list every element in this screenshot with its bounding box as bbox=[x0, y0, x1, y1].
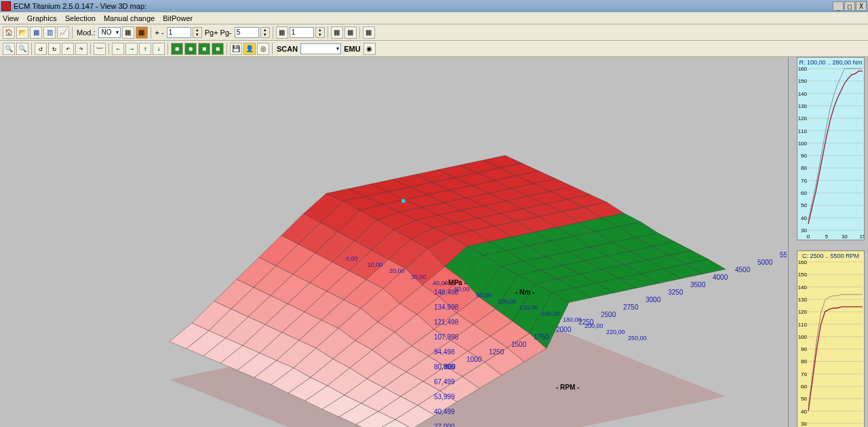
svg-text:140: 140 bbox=[798, 284, 808, 291]
svg-text:90: 90 bbox=[801, 346, 807, 352]
svg-text:3000: 3000 bbox=[646, 296, 661, 303]
arrow-left-icon[interactable]: ← bbox=[112, 43, 124, 55]
svg-text:80: 80 bbox=[801, 165, 807, 171]
svg-text:100: 100 bbox=[798, 334, 808, 340]
svg-text:- RPM -: - RPM - bbox=[556, 384, 579, 391]
svg-text:- MPa -: - MPa - bbox=[444, 279, 467, 286]
redo-icon[interactable]: ↷ bbox=[75, 43, 87, 55]
pm-label: + - bbox=[155, 29, 164, 37]
svg-text:100,00: 100,00 bbox=[498, 298, 517, 305]
svg-text:15: 15 bbox=[860, 234, 864, 240]
target-icon[interactable]: ◎ bbox=[257, 43, 269, 55]
menu-selection[interactable]: Selection bbox=[65, 14, 96, 22]
home-icon[interactable]: 🏠 bbox=[3, 26, 15, 39]
svg-text:80: 80 bbox=[801, 358, 807, 365]
arrow-right-icon[interactable]: → bbox=[125, 43, 138, 55]
mod-label: Mod.: bbox=[77, 29, 96, 37]
svg-text:1000: 1000 bbox=[467, 356, 482, 363]
undo-icon[interactable]: ↶ bbox=[62, 43, 74, 55]
zoom-out-icon[interactable]: 🔍 bbox=[16, 43, 28, 55]
scan-combo[interactable]: ▾ bbox=[300, 43, 341, 54]
sp-spin[interactable]: ▲▼ bbox=[315, 27, 325, 38]
green-btn1-icon[interactable]: ■ bbox=[171, 43, 183, 55]
menu-view[interactable]: View bbox=[3, 14, 19, 22]
svg-text:120: 120 bbox=[798, 115, 808, 122]
view-3d[interactable]: 8001000125015001750200022502500275030003… bbox=[0, 57, 787, 427]
side-panel: R: 100,00 .. 280,00 Nm 16015014013012011… bbox=[788, 57, 868, 427]
svg-text:3250: 3250 bbox=[668, 289, 684, 296]
arrow-down-icon[interactable]: ↓ bbox=[153, 43, 165, 55]
svg-text:40: 40 bbox=[801, 215, 807, 221]
svg-text:140: 140 bbox=[798, 91, 808, 97]
close-button[interactable]: X bbox=[856, 1, 867, 11]
minichart-col-title: C: 2500 .. 5500 RPM bbox=[797, 251, 864, 261]
svg-text:5500: 5500 bbox=[780, 251, 787, 259]
disk-icon[interactable]: 💾 bbox=[230, 43, 242, 55]
svg-text:30,00: 30,00 bbox=[411, 274, 427, 280]
arrow-up-icon[interactable]: ↑ bbox=[139, 43, 151, 55]
mod-btn1-icon[interactable]: ▦ bbox=[122, 26, 134, 39]
minimize-button[interactable]: _ bbox=[833, 1, 844, 11]
app-icon bbox=[1, 1, 11, 11]
rotate-ccw-icon[interactable]: ↺ bbox=[35, 43, 47, 55]
svg-text:67,499: 67,499 bbox=[434, 378, 455, 386]
mod-combo[interactable]: NO▾ bbox=[98, 27, 121, 38]
tb1-btn-a-icon[interactable]: ▦ bbox=[331, 26, 343, 39]
window-buttons: _ □ X bbox=[833, 1, 867, 11]
svg-text:160,00: 160,00 bbox=[541, 310, 560, 317]
svg-text:27,000: 27,000 bbox=[434, 423, 455, 427]
svg-text:1500: 1500 bbox=[511, 341, 527, 348]
minichart-col[interactable]: C: 2500 .. 5500 RPM 16015014013012011010… bbox=[797, 250, 865, 427]
svg-text:60: 60 bbox=[801, 190, 807, 196]
person-icon[interactable]: 👤 bbox=[243, 43, 256, 55]
svg-text:30: 30 bbox=[801, 421, 807, 427]
svg-text:3500: 3500 bbox=[690, 281, 706, 289]
svg-text:110: 110 bbox=[798, 322, 808, 328]
sp-input[interactable] bbox=[290, 27, 314, 38]
minichart-row[interactable]: R: 100,00 .. 280,00 Nm 16015014013012011… bbox=[797, 57, 865, 240]
grid-v-icon[interactable]: ▥ bbox=[43, 26, 56, 39]
open-icon[interactable]: 📂 bbox=[16, 26, 28, 39]
toolbar-1: 🏠 📂 ▦ ▥ 📈 Mod.: NO▾ ▦ ▦ + - ▲▼ Pg+ Pg- ▲… bbox=[0, 24, 868, 41]
menu-graphics[interactable]: Graphics bbox=[27, 14, 57, 22]
svg-text:110: 110 bbox=[798, 128, 808, 134]
pg-input[interactable] bbox=[235, 27, 259, 38]
svg-text:50: 50 bbox=[801, 202, 807, 208]
maximize-button[interactable]: □ bbox=[844, 1, 855, 11]
grid-h-icon[interactable]: ▦ bbox=[30, 26, 42, 39]
svg-text:60,00: 60,00 bbox=[476, 292, 492, 299]
pg-label: Pg+ Pg- bbox=[205, 29, 232, 37]
svg-text:150: 150 bbox=[798, 78, 808, 84]
svg-text:130: 130 bbox=[798, 297, 808, 303]
window-title: ECM Titanium 2.5.0.147 - View 3D map: bbox=[14, 2, 833, 10]
mod-btn2-icon[interactable]: ▦ bbox=[136, 26, 148, 39]
chart-icon[interactable]: 📈 bbox=[57, 26, 69, 39]
svg-text:70: 70 bbox=[801, 371, 807, 377]
green-btn3-icon[interactable]: ■ bbox=[198, 43, 210, 55]
menu-bitpower[interactable]: BitPower bbox=[163, 14, 193, 22]
svg-text:180,00: 180,00 bbox=[563, 316, 582, 323]
zoom-in-icon[interactable]: 🔍 bbox=[3, 43, 15, 55]
tb1-btn-b-icon[interactable]: ▦ bbox=[344, 26, 357, 39]
menubar: View Graphics Selection Manual change Bi… bbox=[0, 12, 868, 24]
emu-record-icon[interactable]: ◉ bbox=[363, 43, 376, 55]
toolbar-2: 🔍 🔍 ↺ ↻ ↶ ↷ 〰 ← → ↑ ↓ ■ ■ ■ ■ 💾 👤 ◎ SCAN… bbox=[0, 41, 868, 57]
pm-spin[interactable]: ▲▼ bbox=[193, 27, 202, 38]
svg-text:148,498: 148,498 bbox=[434, 289, 459, 296]
green-btn2-icon[interactable]: ■ bbox=[184, 43, 197, 55]
svg-text:2750: 2750 bbox=[623, 303, 639, 311]
pg-spin[interactable]: ▲▼ bbox=[260, 27, 270, 38]
svg-text:20,00: 20,00 bbox=[389, 267, 405, 274]
menu-manual-change[interactable]: Manual change bbox=[104, 14, 155, 22]
sp-btn-icon[interactable]: ▦ bbox=[276, 26, 288, 39]
svg-text:5: 5 bbox=[825, 234, 828, 240]
wave-icon[interactable]: 〰 bbox=[94, 43, 106, 55]
tb1-btn-c-icon[interactable]: ▦ bbox=[363, 26, 375, 39]
rotate-cw-icon[interactable]: ↻ bbox=[48, 43, 60, 55]
svg-text:0: 0 bbox=[807, 234, 810, 240]
pm-input[interactable] bbox=[167, 27, 191, 38]
svg-text:30: 30 bbox=[801, 227, 807, 234]
green-btn4-icon[interactable]: ■ bbox=[212, 43, 224, 55]
svg-text:200,00: 200,00 bbox=[585, 322, 604, 329]
svg-text:0,00: 0,00 bbox=[346, 255, 358, 262]
